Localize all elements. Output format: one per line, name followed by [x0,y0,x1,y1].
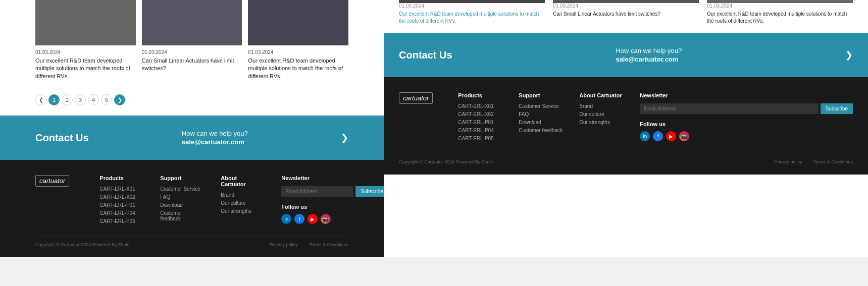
right-card-2-date: 01.03.2024 [553,3,699,9]
left-products-title: Products [99,175,140,181]
right-footer-logo: cartuator [399,92,433,104]
left-about-2[interactable]: Our culture [221,200,261,206]
right-footer-grid: cartuator Products CART-ERL-X01 CART-ERL… [399,92,853,144]
right-contact-email: sale@cartuator.com [616,55,682,63]
left-logo-text: cartuator [35,175,69,187]
pagination: ❮ 1 2 3 4 5 ❯ [0,90,384,116]
right-newsletter: Newsletter Subscribe Follow us in f ▶ 📷 [640,92,853,141]
right-footer-products: Products CART-ERL-X01 CART-ERL-X02 CART-… [458,92,503,144]
right-support-3[interactable]: Download [519,120,564,125]
right-card-3-date: 01.03.2024 [707,3,853,9]
left-about-1[interactable]: Brand [221,192,261,198]
right-footer-about: About Cartuator Brand Our culture Our st… [579,92,625,128]
left-contact-email: sale@cartuator.com [182,138,248,146]
left-contact-title: Contact Us [35,132,89,144]
prev-page-button[interactable]: ❮ [35,94,46,105]
left-contact-banner: Contact Us How can we help you? sale@car… [0,116,384,160]
right-product-3[interactable]: CART-ERL-P01 [458,120,503,125]
left-product-5[interactable]: CART-ERL-P05 [99,218,140,224]
right-email-input[interactable] [640,103,818,114]
left-card-3-title: Our excellent R&D team developed multipl… [248,57,348,80]
left-youtube-icon[interactable]: ▶ [308,214,318,224]
right-footer: cartuator Products CART-ERL-X01 CART-ERL… [384,77,868,175]
right-product-1[interactable]: CART-ERL-X01 [458,103,503,109]
right-dot-separator: · [807,159,808,164]
right-panel: 01.03.2024 Our excellent R&D team develo… [384,0,868,257]
page-3-button[interactable]: 3 [75,94,86,105]
right-product-4[interactable]: CART-ERL-P04 [458,128,503,133]
right-copyright: Copyright © Cartuator 2024 Powered By Zh… [399,159,493,164]
left-copyright: Copyright © Cartuator 2024 Powered By Zh… [35,242,129,247]
left-contact-arrow-icon[interactable]: ❯ [341,132,348,143]
left-product-1[interactable]: CART-ERL-X01 [99,186,140,192]
right-support-title: Support [519,92,564,98]
left-instagram-icon[interactable]: 📷 [321,214,331,224]
left-product-4[interactable]: CART-ERL-P04 [99,210,140,216]
left-card-2-date: 01.03.2024 [142,49,242,55]
left-support-2[interactable]: FAQ [160,194,200,200]
left-contact-info: How can we help you? sale@cartuator.com [182,130,248,146]
page-5-button[interactable]: 5 [101,94,112,105]
left-support-title: Support [160,175,200,181]
right-subscribe-button[interactable]: Subscribe [821,103,853,114]
right-youtube-icon[interactable]: ▶ [666,131,676,141]
next-page-button[interactable]: ❯ [114,94,125,105]
right-contact-arrow-icon[interactable]: ❯ [845,49,853,61]
right-about-2[interactable]: Our culture [579,111,625,117]
right-footer-links: Privacy policy · Terms & Conditions [774,159,853,164]
right-support-2[interactable]: FAQ [519,111,564,117]
page-1-button[interactable]: 1 [48,94,60,105]
right-product-5[interactable]: CART-ERL-P05 [458,136,503,141]
left-support-4[interactable]: Customer feedback [160,210,200,221]
right-about-1[interactable]: Brand [579,103,625,109]
left-newsletter-title: Newsletter [281,175,388,181]
right-linkedin-icon[interactable]: in [640,131,650,141]
page-2-button[interactable]: 2 [62,94,73,105]
right-products-title: Products [458,92,503,98]
right-contact-title: Contact Us [399,49,452,61]
left-support-3[interactable]: Download [160,202,200,208]
right-facebook-icon[interactable]: f [653,131,663,141]
left-card-1: 01.03.2024 Our excellent R&D team develo… [35,0,136,80]
left-privacy-link[interactable]: Privacy policy [270,242,297,247]
right-terms-link[interactable]: Terms & Conditions [813,159,853,164]
left-facebook-icon[interactable]: f [294,214,304,224]
left-product-2[interactable]: CART-ERL-X02 [99,194,140,200]
left-newsletter: Newsletter Subscribe Follow us in f ▶ 📷 [281,175,388,226]
left-linkedin-icon[interactable]: in [281,214,291,224]
right-card-3-title: Our excellent R&D team developed multipl… [707,11,853,25]
left-about-3[interactable]: Our strengths [221,208,261,214]
left-card-3-date: 01.03.2024 [248,49,348,55]
right-social-icons: in f ▶ 📷 [640,131,853,141]
left-product-3[interactable]: CART-ERL-P01 [99,202,140,208]
right-about-3[interactable]: Our strengths [579,120,625,125]
right-product-2[interactable]: CART-ERL-X02 [458,111,503,117]
right-support-1[interactable]: Customer Service [519,103,564,109]
right-footer-support: Support Customer Service FAQ Download Cu… [519,92,564,136]
left-blog-cards: 01.03.2024 Our excellent R&D team develo… [0,0,384,90]
left-email-input[interactable] [281,186,353,197]
right-card-1-date: 01.03.2024 [399,3,545,9]
right-support-4[interactable]: Customer feedback [519,128,564,133]
right-instagram-icon[interactable]: 📷 [679,131,689,141]
right-privacy-link[interactable]: Privacy policy [774,159,802,164]
left-contact-help: How can we help you? [182,130,248,137]
right-blog-cards: 01.03.2024 Our excellent R&D team develo… [384,0,868,33]
left-footer-products: Products CART-ERL-X01 CART-ERL-X02 CART-… [99,175,140,226]
left-terms-link[interactable]: Terms & Conditions [309,242,348,247]
page-4-button[interactable]: 4 [88,94,99,105]
left-footer-support: Support Customer Service FAQ Download Cu… [160,175,200,226]
left-footer-about: About Cartuator Brand Our culture Our st… [221,175,261,226]
right-card-1-title[interactable]: Our excellent R&D team developed multipl… [399,11,545,25]
left-card-3: 01.03.2024 Our excellent R&D team develo… [248,0,348,80]
left-footer-grid: cartuator Products CART-ERL-X01 CART-ERL… [35,175,348,226]
right-footer-bottom: Copyright © Cartuator 2024 Powered By Zh… [399,154,853,164]
left-newsletter-form: Subscribe [281,186,388,197]
left-panel: 01.03.2024 Our excellent R&D team develo… [0,0,384,257]
right-newsletter-form: Subscribe [640,103,853,114]
left-card-2-title: Can Small Linear Actuators have limit sw… [142,57,242,73]
left-social-icons: in f ▶ 📷 [281,214,388,224]
right-contact-banner: Contact Us How can we help you? sale@car… [384,33,868,77]
left-footer: cartuator Products CART-ERL-X01 CART-ERL… [0,160,384,257]
left-support-1[interactable]: Customer Service [160,186,200,192]
